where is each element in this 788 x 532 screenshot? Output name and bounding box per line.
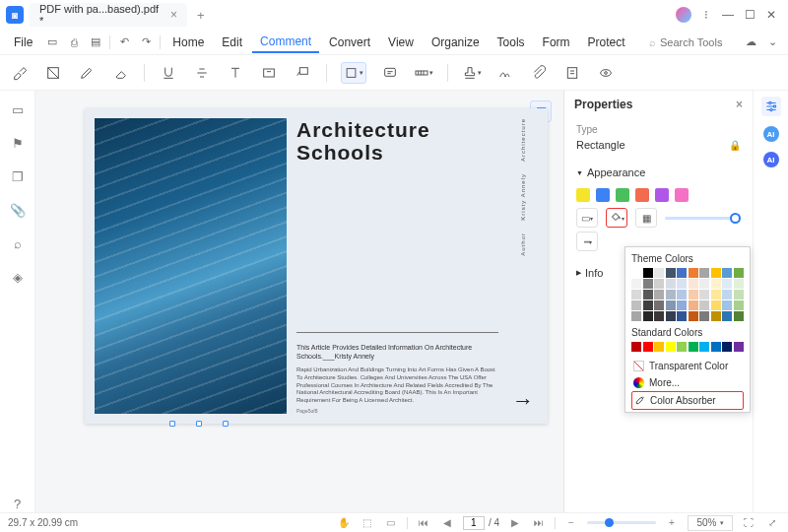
color-swatch[interactable] — [635, 188, 649, 202]
search-input[interactable] — [660, 36, 739, 48]
standard-color-cell[interactable] — [643, 342, 653, 352]
standard-color-cell[interactable] — [722, 342, 732, 352]
ai-rail-icon[interactable]: AI — [763, 126, 779, 142]
transparent-color-option[interactable]: Transparent Color — [631, 358, 744, 374]
open-icon[interactable]: ▭ — [42, 33, 62, 52]
stamp-icon[interactable]: ▾ — [462, 63, 482, 83]
theme-color-cell[interactable] — [699, 290, 709, 299]
theme-color-cell[interactable] — [689, 300, 698, 310]
save-icon[interactable]: ▤ — [86, 33, 105, 52]
theme-color-cell[interactable] — [654, 268, 664, 278]
theme-color-cell[interactable] — [711, 279, 721, 289]
underline-icon[interactable] — [159, 63, 178, 83]
add-tab-button[interactable]: + — [197, 8, 205, 23]
next-page-icon[interactable]: ▶ — [507, 515, 523, 531]
theme-color-cell[interactable] — [666, 311, 676, 321]
fill-color-tool[interactable]: ▾ — [606, 208, 627, 228]
menu-comment[interactable]: Comment — [252, 32, 319, 53]
print-icon[interactable]: ⎙ — [64, 33, 84, 52]
color-swatch[interactable] — [675, 188, 689, 202]
theme-color-cell[interactable] — [722, 268, 732, 278]
theme-color-cell[interactable] — [722, 290, 732, 299]
lock-icon[interactable]: 🔒 — [729, 140, 741, 151]
menu-view[interactable]: View — [380, 33, 422, 52]
signature-icon[interactable] — [495, 63, 515, 83]
line-style-tool[interactable]: ┅▾ — [576, 232, 598, 251]
theme-color-cell[interactable] — [677, 279, 687, 289]
menu-edit[interactable]: Edit — [214, 33, 250, 52]
close-tab-icon[interactable]: × — [170, 8, 177, 22]
theme-color-cell[interactable] — [699, 279, 709, 289]
first-page-icon[interactable]: ⏮ — [416, 515, 431, 531]
undo-icon[interactable]: ↶ — [114, 33, 134, 52]
theme-color-cell[interactable] — [643, 268, 653, 278]
theme-color-cell[interactable] — [643, 290, 653, 299]
theme-color-cell[interactable] — [654, 311, 664, 321]
bookmark-panel-icon[interactable]: ⚑ — [9, 134, 27, 152]
theme-color-cell[interactable] — [631, 300, 641, 310]
theme-color-cell[interactable] — [699, 268, 709, 278]
document-canvas[interactable]: ◫ ArchitectureSchools This Article Provi… — [35, 91, 563, 512]
cloud-icon[interactable]: ☁ — [741, 33, 760, 52]
close-button[interactable]: ✕ — [760, 4, 782, 26]
theme-color-cell[interactable] — [734, 279, 744, 289]
color-swatch[interactable] — [576, 188, 590, 202]
page-input[interactable] — [463, 516, 485, 530]
reading-mode-icon[interactable]: ▭ — [383, 515, 399, 531]
theme-color-cell[interactable] — [722, 311, 732, 321]
standard-color-cell[interactable] — [734, 342, 744, 352]
zoom-in-icon[interactable]: + — [664, 515, 680, 531]
menu-tools[interactable]: Tools — [490, 33, 533, 52]
menu-home[interactable]: Home — [164, 33, 212, 52]
standard-color-cell[interactable] — [654, 342, 664, 352]
theme-color-cell[interactable] — [711, 290, 721, 299]
area-highlight-icon[interactable] — [43, 63, 63, 83]
menu-convert[interactable]: Convert — [321, 33, 378, 52]
more-colors-option[interactable]: More... — [631, 374, 744, 391]
shape-tool-icon[interactable]: ▾ — [341, 62, 366, 84]
theme-color-cell[interactable] — [654, 300, 664, 310]
zoom-value[interactable]: 50%▾ — [688, 515, 733, 531]
standard-color-cell[interactable] — [677, 342, 687, 352]
theme-color-cell[interactable] — [734, 300, 744, 310]
redo-icon[interactable]: ↷ — [136, 33, 156, 52]
show-comments-icon[interactable] — [596, 63, 616, 83]
callout-icon[interactable] — [293, 63, 312, 83]
layers-panel-icon[interactable]: ◈ — [9, 268, 27, 286]
menu-protect[interactable]: Protect — [580, 33, 633, 52]
attachment-icon[interactable] — [529, 63, 549, 83]
appearance-section-toggle[interactable]: ▼ Appearance — [576, 163, 741, 182]
theme-color-cell[interactable] — [699, 300, 709, 310]
prev-page-icon[interactable]: ◀ — [439, 515, 455, 531]
file-menu[interactable]: File — [6, 33, 40, 52]
zoom-out-icon[interactable]: − — [563, 515, 579, 531]
hand-tool-icon[interactable]: ✋ — [336, 515, 352, 531]
search-panel-icon[interactable]: ⌕ — [9, 234, 27, 252]
minimize-button[interactable]: — — [717, 4, 739, 26]
menu-form[interactable]: Form — [535, 33, 578, 52]
theme-color-cell[interactable] — [722, 300, 732, 310]
chevron-down-icon[interactable]: ⌄ — [762, 33, 782, 52]
theme-color-cell[interactable] — [654, 279, 664, 289]
standard-color-cell[interactable] — [689, 342, 698, 352]
theme-color-cell[interactable] — [666, 300, 676, 310]
theme-color-cell[interactable] — [631, 268, 641, 278]
theme-color-cell[interactable] — [666, 268, 676, 278]
search-tools[interactable]: ⌕ — [649, 36, 739, 48]
measure-icon[interactable]: ▾ — [414, 63, 433, 83]
theme-color-cell[interactable] — [654, 290, 664, 299]
standard-color-cell[interactable] — [666, 342, 676, 352]
menu-icon[interactable]: ⁝ — [695, 4, 717, 26]
color-swatch[interactable] — [655, 188, 669, 202]
theme-color-cell[interactable] — [689, 290, 698, 299]
menu-organize[interactable]: Organize — [424, 33, 488, 52]
fullscreen-icon[interactable]: ⤢ — [764, 515, 780, 531]
theme-color-cell[interactable] — [734, 311, 744, 321]
help-icon[interactable]: ? — [9, 495, 27, 512]
page-panel-icon[interactable]: ▭ — [9, 100, 27, 118]
zoom-slider[interactable] — [587, 521, 656, 524]
opacity-slider[interactable] — [665, 217, 741, 220]
theme-color-cell[interactable] — [689, 268, 698, 278]
theme-color-cell[interactable] — [689, 279, 698, 289]
color-absorber-option[interactable]: Color Absorber — [631, 391, 744, 410]
